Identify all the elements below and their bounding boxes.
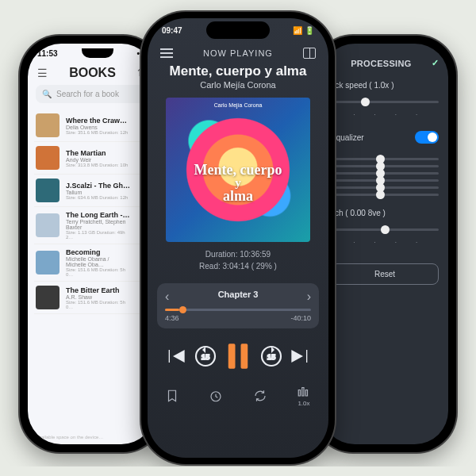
footer-note: Available space on the device… xyxy=(36,435,103,440)
eq-band-slider[interactable] xyxy=(331,194,439,196)
chapter-panel: ‹ Chapter 3 › 4:36 -40:10 xyxy=(157,283,319,328)
skip-back-button[interactable] xyxy=(163,344,189,369)
svg-text:15: 15 xyxy=(201,353,209,361)
speed-label: 1.0x xyxy=(298,400,309,407)
bookmark-button[interactable] xyxy=(165,389,179,403)
playback-speed-label: ack speed ( 1.0x ) xyxy=(331,81,393,90)
cover-author: Carlo Mejía Corona xyxy=(166,102,310,108)
equalizer-toggle[interactable] xyxy=(415,131,439,144)
list-item[interactable]: Where the Crawdads Sing Delia Owens Size… xyxy=(34,109,148,142)
book-author: Carlo Mejía Corona xyxy=(148,80,328,90)
book-author: Terry Pratchett, Stephen Baxter xyxy=(66,219,131,230)
svg-rect-3 xyxy=(241,344,248,369)
forward-15-button[interactable]: 15 xyxy=(259,344,284,369)
menu-icon[interactable] xyxy=(160,48,173,58)
book-cover xyxy=(36,178,60,202)
status-time: 09:47 xyxy=(162,26,182,35)
menu-icon[interactable]: ☰ xyxy=(37,67,48,79)
cover-line2: alma xyxy=(223,188,253,204)
cover-art: Carlo Mejía Corona Mente, cuerpo y alma xyxy=(166,98,310,242)
book-stats: Size: 1.13 GB Duration: 49h 2… xyxy=(66,230,131,240)
status-icons: 📶 🔋 xyxy=(293,26,314,35)
remaining-time: -40:10 xyxy=(290,314,311,322)
book-title: Where the Crawdads Sing xyxy=(66,117,131,125)
search-input[interactable]: 🔍 Search for a book xyxy=(36,85,147,103)
books-screen: 11:53 ••• ☰ BOOKS ⇅ 🔍 Search for a book … xyxy=(28,44,155,444)
read-label: Read: xyxy=(199,262,221,271)
speed-slider[interactable] xyxy=(331,101,439,103)
eq-band-slider[interactable] xyxy=(331,186,439,189)
skip-forward-button[interactable] xyxy=(287,344,313,369)
chapter-prev-icon[interactable]: ‹ xyxy=(165,290,169,304)
book-author: Delia Owens xyxy=(66,125,131,130)
eq-band-slider[interactable] xyxy=(331,165,439,167)
status-bar: 11:53 ••• xyxy=(28,44,155,58)
svg-text:15: 15 xyxy=(267,353,274,361)
page-title: PROCESSING xyxy=(351,59,411,68)
book-stats: Size: 151.6 MB Duration: 5h 0… xyxy=(66,267,131,277)
book-cover xyxy=(36,286,60,309)
page-title: BOOKS xyxy=(48,66,137,80)
list-item[interactable]: J.Scalzi - The Ghost Brigades Talium Siz… xyxy=(34,175,148,207)
list-item[interactable]: The Bitter Earth A.R. Shaw Size: 151.6 M… xyxy=(34,282,148,314)
notch xyxy=(82,48,113,58)
book-title: The Long Earth - 1 - The… xyxy=(66,211,131,219)
book-cover xyxy=(36,146,60,170)
book-cover xyxy=(36,251,60,274)
eq-band-slider[interactable] xyxy=(331,179,439,182)
book-author: Michelle Obama / Michelle Oba… xyxy=(66,256,131,267)
book-title: Becoming xyxy=(66,248,131,256)
eq-band-slider[interactable] xyxy=(331,158,439,160)
status-time: 11:53 xyxy=(37,49,58,58)
book-title: J.Scalzi - The Ghost Brigades xyxy=(66,182,131,190)
rewind-15-button[interactable]: 15 xyxy=(193,344,218,369)
list-item[interactable]: Becoming Michelle Obama / Michelle Oba… … xyxy=(34,244,148,282)
svg-rect-2 xyxy=(228,344,236,369)
list-item[interactable]: The Long Earth - 1 - The… Terry Pratchet… xyxy=(34,207,148,244)
progress-slider[interactable] xyxy=(165,309,311,311)
reset-button[interactable]: Reset xyxy=(331,263,439,285)
pitch-slider[interactable] xyxy=(331,228,439,231)
confirm-icon[interactable]: ✓ xyxy=(432,58,439,68)
elapsed-time: 4:36 xyxy=(165,314,179,322)
search-icon: 🔍 xyxy=(42,90,52,98)
extra-controls: 1.0x xyxy=(148,378,328,407)
transport-controls: 15 15 xyxy=(148,328,328,378)
phone-right: PROCESSING ✓ ack speed ( 1.0x ) ····· Eq… xyxy=(313,36,456,452)
eq-band-slider[interactable] xyxy=(331,172,439,175)
book-title: Mente, cuerpo y alma xyxy=(148,63,328,79)
book-icon[interactable] xyxy=(303,48,316,59)
now-playing-screen: 09:47 📶 🔋 NOW PLAYING Mente, cuerpo y al… xyxy=(148,18,328,458)
dynamic-island xyxy=(206,21,270,39)
book-list: Where the Crawdads Sing Delia Owens Size… xyxy=(28,109,155,314)
book-author: Talium xyxy=(66,190,131,195)
play-pause-button[interactable] xyxy=(221,340,255,373)
book-author: A.R. Shaw xyxy=(66,294,131,300)
chapter-label: Chapter 3 xyxy=(165,290,311,299)
book-title: The Martian xyxy=(66,149,131,157)
equalizer-label: Equalizer xyxy=(331,133,364,142)
book-author: Andy Weir xyxy=(66,157,131,163)
processing-screen: PROCESSING ✓ ack speed ( 1.0x ) ····· Eq… xyxy=(321,44,448,444)
book-cover xyxy=(36,113,60,137)
book-cover xyxy=(36,213,60,237)
phone-center: 09:47 📶 🔋 NOW PLAYING Mente, cuerpo y al… xyxy=(141,12,335,464)
book-title: The Bitter Earth xyxy=(66,286,131,294)
search-placeholder: Search for a book xyxy=(56,90,119,98)
screen-label: NOW PLAYING xyxy=(203,48,273,58)
cover-line1: Mente, cuerpo xyxy=(194,162,282,178)
playback-meta: Duration: 10:36:59 Read: 3:04:14 ( 29% ) xyxy=(148,248,328,272)
pitch-label: itch ( 0.00 8ve ) xyxy=(331,209,386,217)
sync-button[interactable] xyxy=(253,389,267,403)
chapter-next-icon[interactable]: › xyxy=(307,290,311,304)
book-stats: Size: 634.6 MB Duration: 12h xyxy=(66,195,131,200)
sleep-timer-button[interactable] xyxy=(209,389,223,403)
book-stats: Size: 351.6 MB Duration: 12h xyxy=(66,130,131,135)
book-stats: Size: 151.6 MB Duration: 5h 0… xyxy=(66,300,131,309)
list-item[interactable]: The Martian Andy Weir Size: 313.8 MB Dur… xyxy=(34,142,148,175)
speed-button[interactable]: 1.0x xyxy=(297,384,311,407)
book-stats: Size: 313.8 MB Duration: 10h xyxy=(66,163,131,167)
duration-value: 10:36:59 xyxy=(240,250,271,259)
duration-label: Duration: xyxy=(205,250,238,259)
read-value: 3:04:14 ( 29% ) xyxy=(223,262,277,271)
